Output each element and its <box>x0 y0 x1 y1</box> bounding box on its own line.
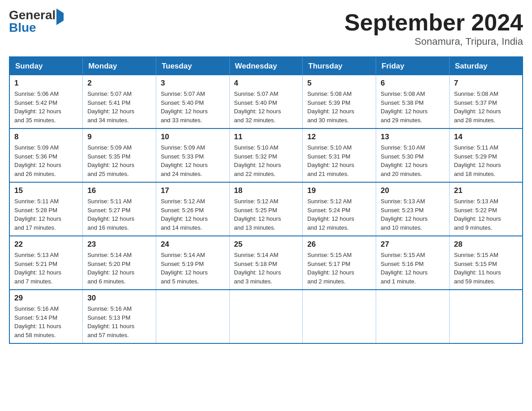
day-number: 7 <box>454 79 518 88</box>
day-info: Sunrise: 5:11 AMSunset: 5:27 PMDaylight:… <box>87 197 151 232</box>
calendar-week-row: 1 Sunrise: 5:06 AMSunset: 5:42 PMDayligh… <box>9 75 523 128</box>
calendar-cell: 21 Sunrise: 5:13 AMSunset: 5:22 PMDaylig… <box>449 182 523 236</box>
day-number: 24 <box>161 240 225 249</box>
logo-blue-text: Blue <box>9 21 36 34</box>
calendar-cell: 9 Sunrise: 5:09 AMSunset: 5:35 PMDayligh… <box>83 128 156 182</box>
day-number: 29 <box>14 294 78 303</box>
day-info: Sunrise: 5:09 AMSunset: 5:36 PMDaylight:… <box>14 143 78 178</box>
calendar-cell: 29 Sunrise: 5:16 AMSunset: 5:14 PMDaylig… <box>9 290 83 343</box>
logo-icon: General Blue <box>9 9 64 34</box>
calendar-week-row: 22 Sunrise: 5:13 AMSunset: 5:21 PMDaylig… <box>9 236 523 290</box>
calendar-cell: 26 Sunrise: 5:15 AMSunset: 5:17 PMDaylig… <box>303 236 376 290</box>
day-info: Sunrise: 5:10 AMSunset: 5:30 PMDaylight:… <box>381 143 445 178</box>
day-info: Sunrise: 5:09 AMSunset: 5:35 PMDaylight:… <box>87 143 151 178</box>
day-info: Sunrise: 5:07 AMSunset: 5:41 PMDaylight:… <box>87 90 151 124</box>
day-number: 15 <box>14 186 78 195</box>
day-number: 8 <box>14 133 78 141</box>
day-number: 26 <box>307 240 371 249</box>
calendar-cell: 22 Sunrise: 5:13 AMSunset: 5:21 PMDaylig… <box>9 236 83 290</box>
calendar-header-row: SundayMondayTuesdayWednesdayThursdayFrid… <box>9 57 523 75</box>
day-number: 1 <box>14 79 78 88</box>
day-number: 9 <box>87 133 151 141</box>
day-info: Sunrise: 5:08 AMSunset: 5:39 PMDaylight:… <box>307 90 371 124</box>
day-number: 22 <box>14 240 78 249</box>
calendar-cell: 20 Sunrise: 5:13 AMSunset: 5:23 PMDaylig… <box>376 182 450 236</box>
day-number: 25 <box>234 240 298 249</box>
day-number: 19 <box>307 186 371 195</box>
day-info: Sunrise: 5:11 AMSunset: 5:28 PMDaylight:… <box>14 197 78 232</box>
day-number: 5 <box>307 79 371 88</box>
column-header-wednesday: Wednesday <box>229 57 303 75</box>
calendar-cell: 13 Sunrise: 5:10 AMSunset: 5:30 PMDaylig… <box>376 128 450 182</box>
calendar-cell: 4 Sunrise: 5:07 AMSunset: 5:40 PMDayligh… <box>229 75 303 128</box>
calendar-cell: 14 Sunrise: 5:11 AMSunset: 5:29 PMDaylig… <box>449 128 523 182</box>
column-header-tuesday: Tuesday <box>156 57 229 75</box>
calendar-cell: 7 Sunrise: 5:08 AMSunset: 5:37 PMDayligh… <box>449 75 523 128</box>
day-number: 2 <box>87 79 151 88</box>
day-number: 4 <box>234 79 298 88</box>
day-info: Sunrise: 5:07 AMSunset: 5:40 PMDaylight:… <box>161 90 225 124</box>
calendar-cell: 16 Sunrise: 5:11 AMSunset: 5:27 PMDaylig… <box>83 182 156 236</box>
day-number: 30 <box>87 294 151 303</box>
calendar-cell: 23 Sunrise: 5:14 AMSunset: 5:20 PMDaylig… <box>83 236 156 290</box>
logo: General Blue <box>9 9 64 34</box>
calendar-cell: 28 Sunrise: 5:15 AMSunset: 5:15 PMDaylig… <box>449 236 523 290</box>
day-info: Sunrise: 5:13 AMSunset: 5:23 PMDaylight:… <box>381 197 445 232</box>
day-info: Sunrise: 5:08 AMSunset: 5:38 PMDaylight:… <box>381 90 445 124</box>
day-number: 6 <box>381 79 445 88</box>
day-info: Sunrise: 5:12 AMSunset: 5:25 PMDaylight:… <box>234 197 298 232</box>
day-number: 21 <box>454 186 518 195</box>
day-number: 17 <box>161 186 225 195</box>
day-info: Sunrise: 5:12 AMSunset: 5:24 PMDaylight:… <box>307 197 371 232</box>
day-number: 3 <box>161 79 225 88</box>
day-info: Sunrise: 5:09 AMSunset: 5:33 PMDaylight:… <box>161 143 225 178</box>
day-info: Sunrise: 5:15 AMSunset: 5:16 PMDaylight:… <box>381 251 445 286</box>
day-info: Sunrise: 5:15 AMSunset: 5:17 PMDaylight:… <box>307 251 371 286</box>
day-number: 11 <box>234 133 298 141</box>
day-info: Sunrise: 5:15 AMSunset: 5:15 PMDaylight:… <box>454 251 518 286</box>
calendar-cell: 6 Sunrise: 5:08 AMSunset: 5:38 PMDayligh… <box>376 75 450 128</box>
calendar-week-row: 8 Sunrise: 5:09 AMSunset: 5:36 PMDayligh… <box>9 128 523 182</box>
logo-general-text: General <box>9 8 56 22</box>
day-info: Sunrise: 5:14 AMSunset: 5:19 PMDaylight:… <box>161 251 225 286</box>
calendar-cell: 10 Sunrise: 5:09 AMSunset: 5:33 PMDaylig… <box>156 128 229 182</box>
day-number: 12 <box>307 133 371 141</box>
column-header-sunday: Sunday <box>9 57 83 75</box>
month-title: September 2024 <box>344 9 523 36</box>
calendar-cell: 15 Sunrise: 5:11 AMSunset: 5:28 PMDaylig… <box>9 182 83 236</box>
day-number: 23 <box>87 240 151 249</box>
calendar-cell <box>156 290 229 343</box>
logo-arrow-icon <box>56 9 64 25</box>
day-number: 10 <box>161 133 225 141</box>
calendar-cell <box>303 290 376 343</box>
calendar-cell: 12 Sunrise: 5:10 AMSunset: 5:31 PMDaylig… <box>303 128 376 182</box>
calendar-cell: 25 Sunrise: 5:14 AMSunset: 5:18 PMDaylig… <box>229 236 303 290</box>
day-number: 13 <box>381 133 445 141</box>
calendar-cell: 1 Sunrise: 5:06 AMSunset: 5:42 PMDayligh… <box>9 75 83 128</box>
day-info: Sunrise: 5:13 AMSunset: 5:21 PMDaylight:… <box>14 251 78 286</box>
day-info: Sunrise: 5:10 AMSunset: 5:32 PMDaylight:… <box>234 143 298 178</box>
calendar-table: SundayMondayTuesdayWednesdayThursdayFrid… <box>9 56 523 344</box>
day-info: Sunrise: 5:12 AMSunset: 5:26 PMDaylight:… <box>161 197 225 232</box>
calendar-cell <box>229 290 303 343</box>
day-number: 27 <box>381 240 445 249</box>
calendar-cell: 19 Sunrise: 5:12 AMSunset: 5:24 PMDaylig… <box>303 182 376 236</box>
column-header-thursday: Thursday <box>303 57 376 75</box>
day-info: Sunrise: 5:07 AMSunset: 5:40 PMDaylight:… <box>234 90 298 124</box>
calendar-cell: 2 Sunrise: 5:07 AMSunset: 5:41 PMDayligh… <box>83 75 156 128</box>
calendar-cell: 18 Sunrise: 5:12 AMSunset: 5:25 PMDaylig… <box>229 182 303 236</box>
day-number: 28 <box>454 240 518 249</box>
calendar-cell: 24 Sunrise: 5:14 AMSunset: 5:19 PMDaylig… <box>156 236 229 290</box>
day-info: Sunrise: 5:10 AMSunset: 5:31 PMDaylight:… <box>307 143 371 178</box>
day-info: Sunrise: 5:06 AMSunset: 5:42 PMDaylight:… <box>14 90 78 124</box>
calendar-cell <box>449 290 523 343</box>
day-info: Sunrise: 5:08 AMSunset: 5:37 PMDaylight:… <box>454 90 518 124</box>
calendar-cell: 30 Sunrise: 5:16 AMSunset: 5:13 PMDaylig… <box>83 290 156 343</box>
calendar-cell: 5 Sunrise: 5:08 AMSunset: 5:39 PMDayligh… <box>303 75 376 128</box>
title-section: September 2024 Sonamura, Tripura, India <box>344 9 523 47</box>
day-info: Sunrise: 5:11 AMSunset: 5:29 PMDaylight:… <box>454 143 518 178</box>
calendar-cell: 11 Sunrise: 5:10 AMSunset: 5:32 PMDaylig… <box>229 128 303 182</box>
calendar-cell <box>376 290 450 343</box>
column-header-saturday: Saturday <box>449 57 523 75</box>
calendar-cell: 27 Sunrise: 5:15 AMSunset: 5:16 PMDaylig… <box>376 236 450 290</box>
